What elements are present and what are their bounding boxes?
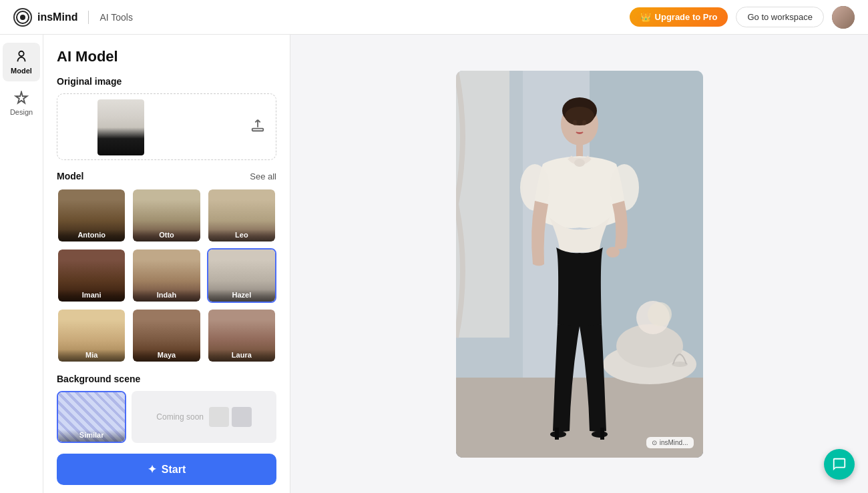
svg-point-23: [606, 247, 620, 258]
model-label-indah: Indah: [133, 290, 200, 302]
see-all-link[interactable]: See all: [250, 171, 276, 181]
model-card-antonio[interactable]: Antonio: [57, 188, 126, 243]
svg-point-1: [20, 15, 25, 20]
bg-scene-grid: Similar Coming soon: [57, 391, 276, 443]
logo-text: insMind: [37, 11, 77, 23]
header-right: 👑 Upgrade to Pro Go to workspace: [630, 6, 855, 29]
start-button[interactable]: ✦ Start: [57, 454, 276, 485]
left-panel: AI Model Original image: [43, 35, 290, 493]
start-btn-label: Start: [162, 464, 186, 476]
model-card-imani[interactable]: Imani: [57, 248, 126, 303]
model-label-hazel: Hazel: [208, 290, 275, 302]
upgrade-button[interactable]: 👑 Upgrade to Pro: [630, 7, 728, 27]
icon-sidebar: Model Design: [0, 35, 43, 493]
model-section: Model See all Antonio Otto Leo: [57, 171, 276, 363]
header-divider: [88, 11, 89, 24]
original-image-area[interactable]: [57, 93, 276, 160]
background-section-label: Background scene: [57, 374, 140, 384]
bg-scene-similar-label: Similar: [58, 430, 125, 442]
svg-point-12: [648, 302, 672, 326]
svg-rect-27: [600, 428, 604, 440]
svg-point-26: [592, 431, 608, 438]
model-label-antonio: Antonio: [58, 229, 125, 241]
model-grid: Antonio Otto Leo Imani: [57, 188, 276, 363]
watermark: ⊙ insMind...: [646, 437, 694, 448]
header-left: insMind AI Tools: [13, 8, 133, 27]
model-label-imani: Imani: [58, 290, 125, 302]
sidebar-item-design[interactable]: Design: [3, 84, 40, 123]
model-card-maya[interactable]: Maya: [132, 308, 201, 363]
model-label-laura: Laura: [208, 350, 275, 362]
original-image-label: Original image: [57, 76, 122, 87]
preview-area: ⊙ insMind...: [290, 35, 868, 493]
background-section: Background scene Similar Coming soon: [57, 374, 276, 443]
watermark-text: insMind...: [660, 439, 688, 446]
upgrade-btn-label: Upgrade to Pro: [655, 12, 718, 22]
avatar-image: [832, 6, 855, 29]
model-label-maya: Maya: [133, 350, 200, 362]
model-label-mia: Mia: [58, 350, 125, 362]
bg-scene-similar[interactable]: Similar: [57, 391, 126, 443]
sparkle-icon: ✦: [148, 463, 156, 476]
preview-image-container: ⊙ insMind...: [456, 71, 703, 458]
header: insMind AI Tools 👑 Upgrade to Pro Go to …: [0, 0, 868, 35]
original-image-section: Original image: [57, 76, 276, 160]
model-card-laura[interactable]: Laura: [207, 308, 276, 363]
model-label-leo: Leo: [208, 229, 275, 241]
workspace-btn-label: Go to workspace: [747, 12, 813, 22]
chat-icon: [832, 457, 847, 472]
model-label-otto: Otto: [133, 229, 200, 241]
sidebar-item-model[interactable]: Model: [3, 43, 40, 81]
sidebar-item-design-label: Design: [10, 108, 33, 116]
model-card-indah[interactable]: Indah: [132, 248, 201, 303]
svg-point-17: [573, 120, 577, 125]
workspace-button[interactable]: Go to workspace: [736, 7, 824, 27]
model-section-header: Model See all: [57, 171, 276, 181]
main-layout: Model Design AI Model Original image: [0, 35, 868, 493]
model-card-otto[interactable]: Otto: [132, 188, 201, 243]
model-card-leo[interactable]: Leo: [207, 188, 276, 243]
svg-point-20: [574, 159, 585, 167]
model-icon: [14, 49, 29, 64]
original-image-thumb: [97, 99, 144, 155]
ai-tools-label: AI Tools: [99, 12, 133, 23]
svg-rect-3: [252, 129, 264, 131]
upload-icon[interactable]: [250, 118, 265, 135]
crown-icon: 👑: [640, 12, 651, 22]
original-image-header: Original image: [57, 76, 276, 87]
svg-point-18: [582, 120, 586, 125]
bg-scene-coming-soon: Coming soon: [132, 391, 276, 443]
svg-point-2: [19, 51, 23, 56]
bg-scene-coming-soon-thumbs: [209, 407, 252, 427]
svg-point-16: [565, 107, 594, 125]
logo-icon: [13, 8, 32, 27]
model-section-label: Model: [57, 171, 83, 181]
preview-image: [456, 71, 703, 458]
background-section-header: Background scene: [57, 374, 276, 384]
bg-scene-coming-soon-label: Coming soon: [156, 412, 204, 422]
watermark-logo-icon: ⊙: [652, 439, 657, 446]
model-card-hazel[interactable]: Hazel: [207, 248, 276, 303]
model-card-mia[interactable]: Mia: [57, 308, 126, 363]
design-icon: [14, 91, 29, 105]
svg-rect-25: [555, 428, 559, 440]
panel-title: AI Model: [57, 48, 276, 65]
sidebar-item-model-label: Model: [11, 67, 32, 75]
chat-button[interactable]: [824, 449, 855, 480]
avatar[interactable]: [832, 6, 855, 29]
